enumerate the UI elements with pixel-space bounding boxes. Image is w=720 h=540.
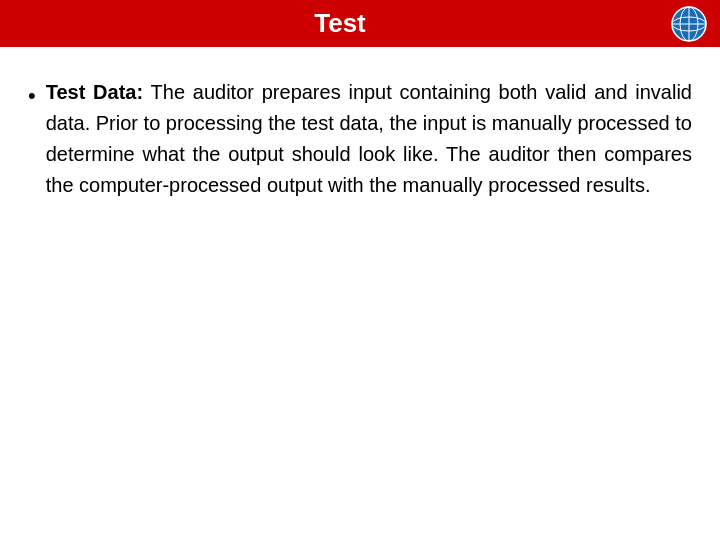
bullet-body: The auditor prepares input containing bo…: [46, 81, 692, 196]
content-area: • Test Data: The auditor prepares input …: [0, 47, 720, 540]
slide-container: Test • Test Data: The auditor prepares i…: [0, 0, 720, 540]
bullet-dot: •: [28, 79, 36, 112]
bullet-item: • Test Data: The auditor prepares input …: [28, 77, 692, 201]
bullet-label: Test Data:: [46, 81, 143, 103]
bullet-text: Test Data: The auditor prepares input co…: [46, 77, 692, 201]
title-bar: Test: [0, 0, 720, 47]
globe-icon: [670, 5, 708, 43]
slide-title: Test: [314, 8, 366, 39]
